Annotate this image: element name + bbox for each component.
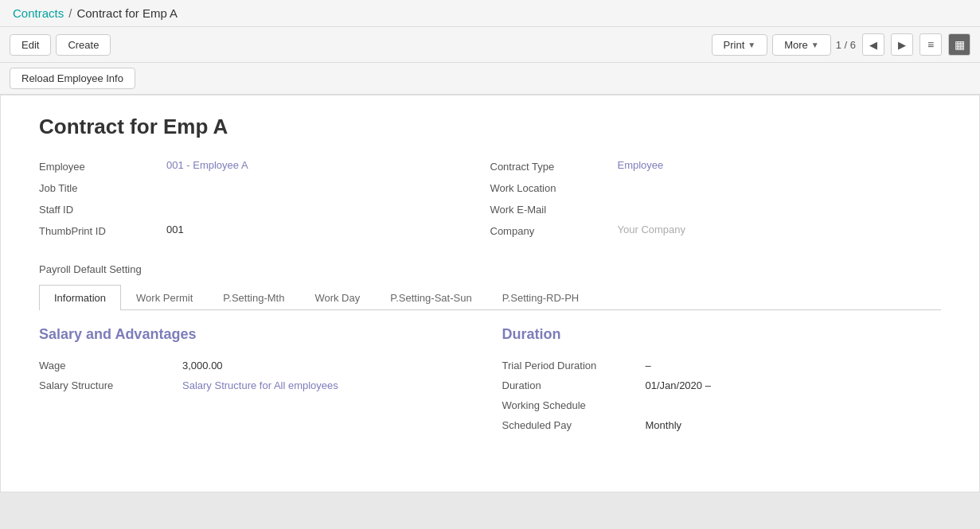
salary-structure-value: Salary Structure for All employees [182, 379, 338, 391]
breadcrumb-parent-link[interactable]: Contracts [13, 6, 64, 20]
next-record-button[interactable]: ▶ [891, 33, 913, 56]
field-row-thumbprint-id: ThumbPrint ID 001 [39, 220, 490, 241]
working-schedule-label: Working Schedule [502, 399, 646, 411]
duration-row: Duration 01/Jan/2020 – [502, 375, 942, 395]
wage-value: 3,000.00 [182, 360, 223, 371]
pagination-info: 1 / 6 [836, 39, 856, 51]
tab-information[interactable]: Information [39, 285, 121, 310]
breadcrumb-separator: / [68, 6, 72, 20]
wage-row: Wage 3,000.00 [39, 356, 478, 375]
fields-grid: Employee 001 - Employee A Job Title Staf… [39, 155, 941, 241]
work-email-label: Work E-Mail [490, 202, 618, 216]
company-value: Your Company [618, 224, 686, 235]
employee-label: Employee [39, 159, 166, 173]
working-schedule-row: Working Schedule [502, 395, 942, 415]
staff-id-label: Staff ID [39, 202, 166, 216]
field-row-job-title: Job Title [39, 177, 490, 198]
page-title: Contract for Emp A [39, 115, 941, 139]
duration-value: 01/Jan/2020 – [646, 379, 711, 391]
fields-left: Employee 001 - Employee A Job Title Staf… [39, 155, 490, 241]
more-button[interactable]: More ▼ [772, 34, 831, 56]
scheduled-pay-value: Monthly [646, 419, 682, 431]
prev-record-button[interactable]: ◀ [862, 33, 884, 56]
tab-work-permit[interactable]: Work Permit [121, 285, 208, 310]
fields-right: Contract Type Employee Work Location Wor… [490, 155, 942, 241]
job-title-label: Job Title [39, 181, 166, 194]
scheduled-pay-row: Scheduled Pay Monthly [502, 415, 942, 435]
more-dropdown-icon: ▼ [811, 41, 819, 49]
wage-label: Wage [39, 360, 182, 371]
field-row-staff-id: Staff ID [39, 198, 490, 220]
list-view-button[interactable]: ≡ [919, 33, 942, 56]
create-button[interactable]: Create [56, 34, 111, 56]
contract-type-value: Employee [618, 159, 664, 171]
breadcrumb-current: Contract for Emp A [76, 6, 178, 20]
salary-structure-row: Salary Structure Salary Structure for Al… [39, 375, 478, 395]
duration-section-title: Duration [502, 326, 942, 343]
trial-period-value: – [646, 360, 651, 371]
employee-value: 001 - Employee A [166, 159, 248, 171]
form-view-button[interactable]: ▦ [948, 33, 970, 56]
tab-psetting-sat-sun[interactable]: P.Setting-Sat-Sun [375, 285, 486, 310]
salary-section: Salary and Advantages Wage 3,000.00 Sala… [39, 326, 478, 435]
field-row-company: Company Your Company [490, 220, 942, 241]
tab-work-day[interactable]: Work Day [299, 285, 375, 310]
print-dropdown-icon: ▼ [748, 41, 755, 49]
salary-section-title: Salary and Advantages [39, 326, 478, 343]
work-location-label: Work Location [490, 181, 618, 194]
contract-type-label: Contract Type [490, 159, 618, 173]
tab-psetting-rd-ph[interactable]: P.Setting-RD-PH [487, 285, 595, 310]
print-label: Print [724, 39, 745, 51]
content-columns: Salary and Advantages Wage 3,000.00 Sala… [39, 326, 941, 435]
reload-employee-info-button[interactable]: Reload Employee Info [10, 68, 135, 89]
payroll-section-label: Payroll Default Setting [39, 257, 941, 282]
trial-period-label: Trial Period Duration [502, 360, 646, 371]
more-label: More [784, 39, 808, 51]
print-button[interactable]: Print ▼ [712, 34, 768, 56]
trial-period-row: Trial Period Duration – [502, 356, 942, 375]
tabs-container: Information Work Permit P.Setting-Mth Wo… [39, 285, 941, 310]
thumbprint-id-value: 001 [166, 224, 184, 235]
tab-psetting-mth[interactable]: P.Setting-Mth [208, 285, 299, 310]
field-row-work-location: Work Location [490, 177, 942, 198]
scheduled-pay-label: Scheduled Pay [502, 419, 646, 431]
duration-section: Duration Trial Period Duration – Duratio… [502, 326, 942, 435]
thumbprint-id-label: ThumbPrint ID [39, 224, 166, 237]
edit-button[interactable]: Edit [10, 34, 51, 56]
field-row-contract-type: Contract Type Employee [490, 155, 942, 177]
duration-label: Duration [502, 379, 646, 391]
salary-structure-label: Salary Structure [39, 379, 182, 391]
field-row-work-email: Work E-Mail [490, 198, 942, 220]
field-row-employee: Employee 001 - Employee A [39, 155, 490, 177]
company-label: Company [490, 224, 618, 237]
